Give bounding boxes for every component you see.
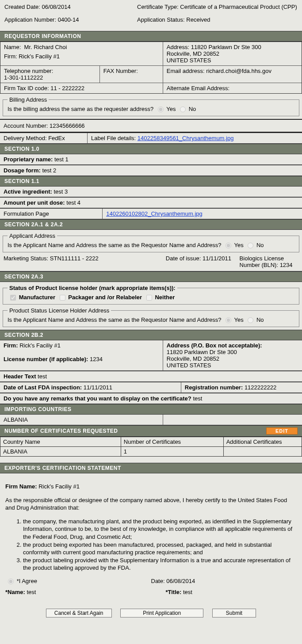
tax-value: 11 - 2222222 — [50, 85, 84, 91]
firm-value: Rick's Faciliy #1 — [19, 53, 60, 60]
row-country: ALBANIA — [0, 447, 121, 457]
exporter-li2: the product being exported has been manu… — [23, 541, 297, 556]
pslh-yes-label: Yes — [234, 316, 243, 323]
s2b2-address-value: 11820 Parklawn Dr Ste 300 Rockville, MD … — [167, 349, 298, 369]
amount-value: test 4 — [66, 199, 80, 206]
applicant-legend: Applicant Address — [8, 232, 57, 239]
dosage-label: Dosage form: — [4, 167, 41, 174]
s2b2-firm-label: Firm: — [4, 342, 18, 349]
bln-value: 1234 — [280, 262, 293, 268]
s2b2-address-label: Address (P.O. Box not acceptable): — [167, 342, 298, 349]
col-num: Number of Certificates — [121, 437, 223, 447]
formulation-link[interactable]: 1402260102802_Chrysanthemum.jpg — [106, 210, 203, 217]
tax-label: Firm Tax ID code: — [4, 85, 49, 91]
packager-label: Packager and /or Relabeler — [68, 294, 142, 301]
certs-header-row: NUMBER OF CERTIFICATES REQUESTED EDIT — [0, 425, 302, 437]
application-status: Application Status: Received — [137, 16, 298, 23]
telephone-value: 1-301-1112222 — [4, 74, 96, 81]
cert-type-label: Certificate Type: — [137, 4, 179, 10]
agree-label: *I Agree — [17, 578, 37, 584]
agree-radio[interactable] — [8, 579, 14, 584]
neither-checkbox[interactable] — [146, 295, 152, 301]
inspection-label: Date of Last FDA inspection: — [4, 384, 82, 391]
proprietary-label: Proprietary name: — [4, 156, 53, 163]
manufacturer-checkbox[interactable] — [10, 295, 16, 301]
app-num-value: 0400-14 — [58, 16, 79, 23]
top-meta: Created Date: 06/08/2014 Certificate Typ… — [0, 0, 302, 31]
label-file-link[interactable]: 1402258349561_Chrysanthemum.jpg — [138, 135, 234, 141]
app-status-value: Received — [186, 16, 210, 23]
exporter-date-value: 06/08/2014 — [166, 578, 195, 584]
submit-button[interactable]: Submit — [212, 609, 256, 617]
amount-label: Amount per unit dose: — [4, 199, 65, 206]
label-file-label: Label File details: — [91, 135, 136, 141]
telephone-label: Telephone number: — [4, 68, 96, 74]
reg-value: 1122222222 — [245, 384, 276, 391]
app-status-label: Application Status: — [137, 16, 185, 23]
exporter-title-label: *Title: — [165, 589, 181, 595]
pslh-question: Is the Applicant Name and Address the sa… — [8, 316, 221, 323]
created-date-value: 06/08/2014 — [42, 4, 71, 10]
billing-no-radio[interactable] — [180, 107, 186, 112]
active-value: test 3 — [54, 188, 68, 195]
status-legend: Status of Product license holder (mark a… — [8, 285, 177, 291]
name-value: Mr. Richard Choi — [24, 44, 67, 50]
name-label: Name: — [4, 44, 21, 50]
issue-value: 11/11/2011 — [203, 255, 231, 262]
table-header-row: Country Name Number of Certificates Addi… — [0, 437, 302, 447]
cancel-button[interactable]: Cancel & Start Again — [46, 609, 112, 617]
account-label: Account Number: — [4, 122, 48, 129]
created-date-label: Created Date: — [4, 4, 40, 10]
applicant-no-label: No — [256, 242, 264, 248]
certs-header: NUMBER OF CERTIFICATES REQUESTED — [4, 428, 118, 434]
cert-type-value: Certificate of a Pharmaceutical Product … — [180, 4, 297, 10]
email-label: Email address: — [167, 68, 205, 74]
app-num-label: Application Number: — [4, 16, 56, 23]
edit-button[interactable]: EDIT — [266, 427, 298, 434]
billing-no-label: No — [189, 106, 196, 112]
exporter-name-label: *Name: — [5, 589, 25, 595]
neither-label: Neither — [155, 294, 175, 301]
button-row: Cancel & Start Again Print Application S… — [0, 602, 302, 628]
account-row: Account Number: 12345666666 — [0, 120, 302, 132]
pslh-address-fieldset: Product Status License Holder Address Is… — [3, 307, 299, 327]
row-num: 1 — [121, 447, 223, 457]
marketing-value: STN111111 - 2222 — [50, 255, 99, 262]
exporter-title-value: test — [183, 589, 192, 595]
exporter-name-value: test — [27, 589, 36, 595]
billing-legend: Billing Address — [8, 96, 49, 103]
s2b2-license-value: 1234 — [90, 356, 103, 362]
dosage-value: test 2 — [42, 167, 56, 174]
billing-question: Is the billing address the same as the r… — [8, 106, 153, 112]
application-number: Application Number: 0400-14 — [4, 16, 79, 23]
address-label: Address: — [167, 44, 189, 50]
exporter-firm-value: Rick's Faciliy #1 — [38, 483, 80, 490]
alt-email-label: Alternate Email Address: — [167, 85, 229, 91]
header-text-value: test — [38, 373, 47, 380]
importing-header: IMPORTING COUNTRIES — [0, 404, 302, 415]
remarks-value: test — [193, 395, 202, 402]
manufacturer-label: Manufacturer — [19, 294, 55, 301]
inspection-value: 11/11/2011 — [84, 384, 112, 391]
s2b2-license-label: License number (if applicable): — [4, 356, 88, 362]
packager-checkbox[interactable] — [60, 295, 65, 301]
section-1-0-header: SECTION 1.0 — [0, 144, 302, 154]
created-date: Created Date: 06/08/2014 — [4, 4, 71, 10]
requestor-info-block: Name: Mr. Richard Choi Firm: Rick's Faci… — [0, 42, 302, 94]
proprietary-value: test 1 — [54, 156, 69, 163]
pslh-no-radio[interactable] — [248, 317, 253, 323]
exporter-intro: As the responsible official or designee … — [5, 496, 297, 512]
applicant-yes-label: Yes — [234, 242, 243, 248]
certificates-table: Country Name Number of Certificates Addi… — [0, 437, 302, 457]
pslh-no-label: No — [256, 316, 264, 323]
exporter-date-label: Date: — [151, 578, 165, 584]
account-value: 12345666666 — [50, 122, 85, 129]
applicant-address-fieldset: Applicant Address Is the Applicant Name … — [3, 232, 299, 252]
pslh-yes-radio[interactable] — [226, 317, 231, 323]
applicant-no-radio[interactable] — [248, 243, 253, 248]
applicant-yes-radio[interactable] — [226, 243, 231, 248]
billing-yes-radio[interactable] — [158, 107, 164, 112]
remarks-label: Do you have any remarks that you want to… — [4, 395, 191, 402]
section-2b2-header: SECTION 2B.2 — [0, 330, 302, 340]
print-button[interactable]: Print Application — [120, 609, 203, 617]
